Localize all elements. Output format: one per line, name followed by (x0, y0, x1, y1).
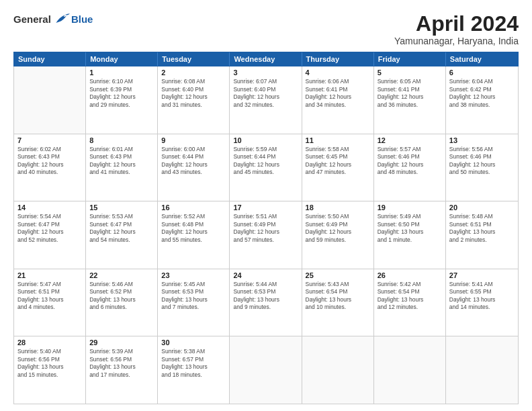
cell-day-number: 18 (306, 203, 370, 212)
calendar-header: SundayMondayTuesdayWednesdayThursdayFrid… (13, 52, 519, 66)
cell-info: Sunrise: 5:41 AMSunset: 6:55 PMDaylight:… (449, 281, 515, 312)
calendar-cell: 10Sunrise: 5:59 AMSunset: 6:44 PMDayligh… (230, 134, 302, 201)
header-day-friday: Friday (374, 52, 446, 66)
cell-day-number: 24 (233, 271, 298, 279)
calendar-cell (374, 336, 446, 404)
cell-info: Sunrise: 5:44 AMSunset: 6:53 PMDaylight:… (233, 281, 298, 312)
calendar-cell: 28Sunrise: 5:40 AMSunset: 6:56 PMDayligh… (14, 336, 86, 404)
cell-info: Sunrise: 5:48 AMSunset: 6:51 PMDaylight:… (449, 213, 515, 244)
cell-day-number: 14 (17, 203, 82, 212)
logo: General Blue (13, 12, 93, 26)
cell-day-number: 30 (161, 338, 226, 347)
calendar-row-4: 28Sunrise: 5:40 AMSunset: 6:56 PMDayligh… (14, 336, 518, 404)
calendar-cell: 4Sunrise: 6:06 AMSunset: 6:41 PMDaylight… (302, 66, 374, 134)
cell-day-number: 25 (306, 271, 370, 279)
cell-info: Sunrise: 5:43 AMSunset: 6:54 PMDaylight:… (306, 281, 370, 312)
header-day-sunday: Sunday (14, 52, 86, 66)
calendar-cell: 29Sunrise: 5:39 AMSunset: 6:56 PMDayligh… (86, 336, 158, 404)
cell-day-number: 20 (449, 203, 515, 212)
calendar-row-1: 7Sunrise: 6:02 AMSunset: 6:43 PMDaylight… (14, 134, 518, 202)
cell-day-number: 3 (233, 68, 298, 77)
cell-info: Sunrise: 6:07 AMSunset: 6:40 PMDaylight:… (233, 78, 298, 109)
cell-day-number: 9 (161, 136, 226, 144)
logo-blue-text: Blue (71, 13, 93, 25)
cell-day-number: 16 (161, 203, 226, 212)
calendar-cell: 21Sunrise: 5:47 AMSunset: 6:51 PMDayligh… (14, 269, 86, 336)
calendar-cell: 13Sunrise: 5:56 AMSunset: 6:46 PMDayligh… (446, 134, 518, 201)
cell-info: Sunrise: 6:01 AMSunset: 6:43 PMDaylight:… (89, 146, 154, 177)
cell-day-number: 8 (89, 136, 154, 144)
cell-day-number: 7 (17, 136, 82, 144)
cell-info: Sunrise: 6:08 AMSunset: 6:40 PMDaylight:… (161, 78, 226, 109)
cell-day-number: 28 (17, 338, 82, 347)
cell-day-number: 23 (161, 271, 226, 279)
location: Yamunanagar, Haryana, India (394, 36, 519, 46)
calendar-cell: 8Sunrise: 6:01 AMSunset: 6:43 PMDaylight… (86, 134, 158, 201)
title-block: April 2024 Yamunanagar, Haryana, India (394, 12, 519, 46)
calendar-cell (230, 336, 302, 404)
calendar-cell: 22Sunrise: 5:46 AMSunset: 6:52 PMDayligh… (86, 269, 158, 336)
calendar-cell (446, 336, 518, 404)
calendar-cell (302, 336, 374, 404)
calendar-cell: 18Sunrise: 5:50 AMSunset: 6:49 PMDayligh… (302, 201, 374, 269)
logo-general-text: General (13, 13, 51, 25)
cell-info: Sunrise: 5:47 AMSunset: 6:51 PMDaylight:… (17, 281, 82, 312)
calendar-cell: 16Sunrise: 5:52 AMSunset: 6:48 PMDayligh… (158, 201, 230, 269)
calendar-cell: 2Sunrise: 6:08 AMSunset: 6:40 PMDaylight… (158, 66, 230, 134)
header-day-saturday: Saturday (446, 52, 518, 66)
cell-info: Sunrise: 6:02 AMSunset: 6:43 PMDaylight:… (17, 146, 82, 177)
calendar-cell: 23Sunrise: 5:45 AMSunset: 6:53 PMDayligh… (158, 269, 230, 336)
cell-info: Sunrise: 5:49 AMSunset: 6:50 PMDaylight:… (378, 213, 442, 244)
calendar-row-2: 14Sunrise: 5:54 AMSunset: 6:47 PMDayligh… (14, 201, 518, 269)
header-day-wednesday: Wednesday (230, 52, 302, 66)
cell-info: Sunrise: 5:53 AMSunset: 6:47 PMDaylight:… (89, 213, 154, 244)
calendar-cell: 24Sunrise: 5:44 AMSunset: 6:53 PMDayligh… (230, 269, 302, 336)
cell-day-number: 10 (233, 136, 298, 144)
cell-info: Sunrise: 6:06 AMSunset: 6:41 PMDaylight:… (306, 78, 370, 109)
calendar-cell: 27Sunrise: 5:41 AMSunset: 6:55 PMDayligh… (446, 269, 518, 336)
cell-info: Sunrise: 5:42 AMSunset: 6:54 PMDaylight:… (378, 281, 442, 312)
calendar-cell: 25Sunrise: 5:43 AMSunset: 6:54 PMDayligh… (302, 269, 374, 336)
cell-day-number: 5 (378, 68, 442, 77)
cell-info: Sunrise: 5:40 AMSunset: 6:56 PMDaylight:… (17, 348, 82, 379)
cell-day-number: 13 (449, 136, 515, 144)
cell-info: Sunrise: 5:52 AMSunset: 6:48 PMDaylight:… (161, 213, 226, 244)
calendar-cell: 17Sunrise: 5:51 AMSunset: 6:49 PMDayligh… (230, 201, 302, 269)
cell-day-number: 19 (378, 203, 442, 212)
cell-info: Sunrise: 5:57 AMSunset: 6:46 PMDaylight:… (378, 146, 442, 177)
calendar-cell: 7Sunrise: 6:02 AMSunset: 6:43 PMDaylight… (14, 134, 86, 201)
cell-info: Sunrise: 5:50 AMSunset: 6:49 PMDaylight:… (306, 213, 370, 244)
calendar-cell: 3Sunrise: 6:07 AMSunset: 6:40 PMDaylight… (230, 66, 302, 134)
cell-info: Sunrise: 5:54 AMSunset: 6:47 PMDaylight:… (17, 213, 82, 244)
cell-info: Sunrise: 6:00 AMSunset: 6:44 PMDaylight:… (161, 146, 226, 177)
cell-info: Sunrise: 6:04 AMSunset: 6:42 PMDaylight:… (449, 78, 515, 109)
cell-info: Sunrise: 6:10 AMSunset: 6:39 PMDaylight:… (89, 78, 154, 109)
cell-info: Sunrise: 5:46 AMSunset: 6:52 PMDaylight:… (89, 281, 154, 312)
month-title: April 2024 (394, 12, 519, 36)
cell-info: Sunrise: 5:58 AMSunset: 6:45 PMDaylight:… (306, 146, 370, 177)
calendar-cell: 19Sunrise: 5:49 AMSunset: 6:50 PMDayligh… (374, 201, 446, 269)
cell-info: Sunrise: 5:59 AMSunset: 6:44 PMDaylight:… (233, 146, 298, 177)
cell-day-number: 26 (378, 271, 442, 279)
calendar-cell: 5Sunrise: 6:05 AMSunset: 6:41 PMDaylight… (374, 66, 446, 134)
cell-day-number: 1 (89, 68, 154, 77)
cell-day-number: 15 (89, 203, 154, 212)
cell-day-number: 29 (89, 338, 154, 347)
header-day-monday: Monday (86, 52, 158, 66)
calendar-row-3: 21Sunrise: 5:47 AMSunset: 6:51 PMDayligh… (14, 269, 518, 337)
calendar-cell (14, 66, 86, 134)
cell-day-number: 17 (233, 203, 298, 212)
cell-day-number: 22 (89, 271, 154, 279)
cell-day-number: 12 (378, 136, 442, 144)
page: General Blue April 2024 Yamunanagar, Har… (0, 0, 532, 411)
calendar-row-0: 1Sunrise: 6:10 AMSunset: 6:39 PMDaylight… (14, 66, 518, 134)
cell-info: Sunrise: 5:51 AMSunset: 6:49 PMDaylight:… (233, 213, 298, 244)
calendar-cell: 26Sunrise: 5:42 AMSunset: 6:54 PMDayligh… (374, 269, 446, 336)
calendar-cell: 11Sunrise: 5:58 AMSunset: 6:45 PMDayligh… (302, 134, 374, 201)
cell-day-number: 4 (306, 68, 370, 77)
cell-info: Sunrise: 5:45 AMSunset: 6:53 PMDaylight:… (161, 281, 226, 312)
calendar-cell: 30Sunrise: 5:38 AMSunset: 6:57 PMDayligh… (158, 336, 230, 404)
cell-info: Sunrise: 6:05 AMSunset: 6:41 PMDaylight:… (378, 78, 442, 109)
cell-day-number: 11 (306, 136, 370, 144)
cell-info: Sunrise: 5:38 AMSunset: 6:57 PMDaylight:… (161, 348, 226, 379)
